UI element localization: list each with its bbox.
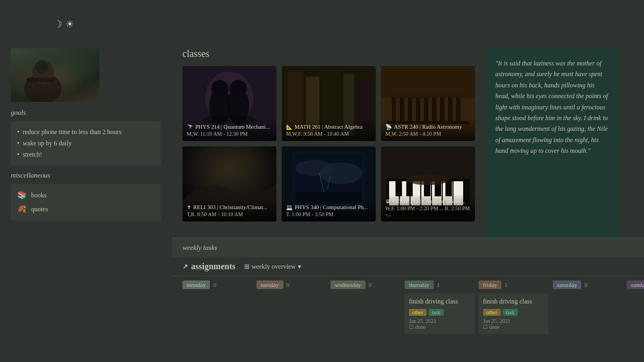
class-card-time-comp212: W,F. 1:00 PM - 2:20 PM ... R. 2:50 PM -.… <box>385 205 471 217</box>
class-card-title-comp212: 🖥 COMP 212 | Computer Scienc... <box>385 198 471 204</box>
class-card-title-astr240: 📡 ASTR 240 | Radio Astronomy <box>385 124 471 130</box>
weekly-overview-text: weekly overview <box>252 263 296 271</box>
day-column-sunday: sunday 0 <box>627 280 644 337</box>
goals-header: goals <box>11 108 161 117</box>
weekly-overview-button[interactable]: ⊞ weekly overview ▾ <box>244 263 301 271</box>
class-card-time-phys340: T. 1:00 PM - 3:50 PM <box>286 211 371 217</box>
day-column-monday: monday 0 <box>182 280 252 337</box>
svg-rect-25 <box>432 97 436 122</box>
profile-image <box>11 48 99 102</box>
day-column-thursday: thursday 1 finish driving class other ta… <box>405 280 474 337</box>
day-label-thursday: thursday <box>405 280 434 289</box>
quotes-icon: 🍂 <box>17 204 27 214</box>
phys214-icon: 🔭 <box>187 124 193 130</box>
books-icon: 📚 <box>17 190 27 200</box>
day-count-wednesday: 0 <box>369 282 372 288</box>
task-tags-friday-0: other task <box>483 309 544 316</box>
day-header-friday: friday 1 <box>479 280 548 289</box>
classes-section: classes <box>172 48 486 238</box>
svg-point-2 <box>35 61 48 73</box>
day-column-wednesday: wednesday 0 <box>331 280 400 337</box>
svg-point-8 <box>211 80 229 97</box>
class-card-title-reli303: ✝ RELI 303 | Christianity/Climat... <box>187 204 272 210</box>
books-label: books <box>31 191 47 200</box>
misc-header: miscellaneous <box>11 171 161 180</box>
quotes-item[interactable]: 🍂 quotes <box>17 202 155 216</box>
class-card-phys214[interactable]: 🔭 PHYS 214 | Quantum Mechani... M,W. 11:… <box>182 66 276 141</box>
chevron-down-icon: ▾ <box>298 263 301 271</box>
day-label-sunday: sunday <box>627 280 644 289</box>
class-card-title-math261: 📐 MATH 261 | Abstract Algebra <box>286 124 371 130</box>
day-label-saturday: saturday <box>553 280 581 289</box>
classes-row-1: 🔭 PHYS 214 | Quantum Mechani... M,W. 11:… <box>182 66 475 141</box>
day-label-tuesday: tuesday <box>257 280 283 289</box>
day-column-tuesday: tuesday 0 <box>257 280 326 337</box>
task-card-thursday-0[interactable]: finish driving class other task Jan 25, … <box>405 293 474 334</box>
class-card-math261[interactable]: 📐 MATH 261 | Abstract Algebra M,W,F. 9:5… <box>282 66 376 141</box>
day-header-wednesday: wednesday 0 <box>331 280 400 289</box>
day-count-monday: 0 <box>213 282 216 288</box>
svg-point-37 <box>319 162 362 184</box>
astr240-icon: 📡 <box>385 124 392 130</box>
math261-icon: 📐 <box>286 124 292 130</box>
quote-text: "It is said that laziness was the mother… <box>495 58 610 157</box>
goal-item: reduce phone time to less than 2 hours <box>17 127 155 138</box>
svg-rect-22 <box>408 94 412 122</box>
weekly-tasks-header: weekly tasks <box>172 238 644 257</box>
goals-section: reduce phone time to less than 2 hours w… <box>11 121 161 166</box>
svg-rect-27 <box>448 97 452 122</box>
task-title-thursday-0: finish driving class <box>409 298 470 306</box>
sun-icon: ☀ <box>65 18 74 30</box>
theme-toggle[interactable]: ☽ ☀ <box>54 18 74 30</box>
tag-other-fri: other <box>483 309 501 316</box>
quotes-label: quotes <box>31 205 48 213</box>
books-item[interactable]: 📚 books <box>17 188 155 202</box>
day-header-saturday: saturday 0 <box>553 280 623 289</box>
svg-rect-20 <box>392 95 396 122</box>
header: ☽ ☀ <box>0 0 644 48</box>
main-layout: goals reduce phone time to less than 2 h… <box>0 48 644 362</box>
class-card-astr240[interactable]: 📡 ASTR 240 | Radio Astronomy M,W. 2:50 A… <box>381 66 475 141</box>
class-card-overlay-comp212: 🖥 COMP 212 | Computer Scienc... W,F. 1:0… <box>381 194 475 221</box>
assignments-bar: ↗ assignments ⊞ weekly overview ▾ <box>172 257 644 276</box>
day-label-wednesday: wednesday <box>331 280 365 289</box>
svg-rect-29 <box>389 93 467 97</box>
moon-icon: ☽ <box>54 18 62 30</box>
day-header-monday: monday 0 <box>182 280 252 289</box>
day-count-tuesday: 0 <box>287 282 290 288</box>
task-status-thursday-0: ☐ done <box>409 324 470 330</box>
day-header-thursday: thursday 1 <box>405 280 474 289</box>
svg-rect-3 <box>27 78 54 82</box>
misc-section: 📚 books 🍂 quotes <box>11 184 161 220</box>
class-card-phys340[interactable]: 💻 PHYS 340 | Computational Ph... T. 1:00… <box>282 146 376 221</box>
classes-quote-row: classes <box>172 48 644 238</box>
svg-rect-21 <box>400 97 404 122</box>
class-card-overlay-phys340: 💻 PHYS 340 | Computational Ph... T. 1:00… <box>282 200 376 221</box>
svg-rect-28 <box>456 95 460 122</box>
day-count-thursday: 1 <box>437 282 440 288</box>
task-card-friday-0[interactable]: finish driving class other task Jan 25, … <box>479 293 548 334</box>
svg-rect-23 <box>416 96 420 122</box>
class-card-title-phys214: 🔭 PHYS 214 | Quantum Mechani... <box>187 124 272 130</box>
day-label-monday: monday <box>182 280 210 289</box>
class-card-comp212[interactable]: 🖥 COMP 212 | Computer Scienc... W,F. 1:0… <box>381 146 475 221</box>
class-card-reli303[interactable]: ✝ RELI 303 | Christianity/Climat... T,R.… <box>182 146 276 221</box>
assignments-label[interactable]: ↗ assignments <box>182 262 236 271</box>
svg-rect-24 <box>424 94 428 122</box>
content-area: classes <box>172 48 644 362</box>
task-title-friday-0: finish driving class <box>483 298 544 306</box>
comp212-icon: 🖥 <box>385 198 391 204</box>
assignments-text: assignments <box>191 262 236 271</box>
tag-other: other <box>409 309 427 316</box>
expand-icon: ↗ <box>182 263 188 271</box>
day-count-friday: 1 <box>504 282 508 288</box>
goals-list: reduce phone time to less than 2 hours w… <box>17 127 155 160</box>
svg-point-55 <box>406 174 449 185</box>
phys340-icon: 💻 <box>286 204 292 210</box>
class-card-title-phys340: 💻 PHYS 340 | Computational Ph... <box>286 204 371 210</box>
goal-item: wake up by 6 daily <box>17 138 155 149</box>
profile-silhouette <box>11 48 99 102</box>
day-column-saturday: saturday 0 <box>553 280 623 337</box>
class-card-time-math261: M,W,F. 9:50 AM - 10:40 AM <box>286 131 371 137</box>
days-row: monday 0 tuesday 0 wednesday 0 <box>172 276 644 342</box>
